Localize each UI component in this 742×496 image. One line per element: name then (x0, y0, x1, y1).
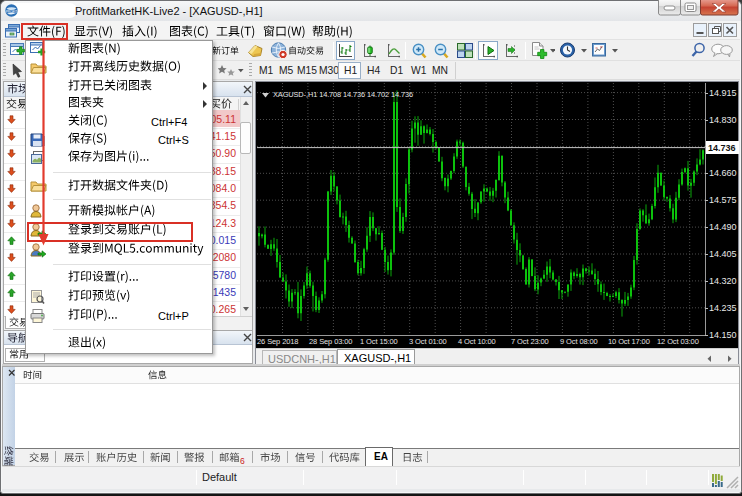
svg-text:PROFIT: PROFIT (6, 10, 18, 14)
